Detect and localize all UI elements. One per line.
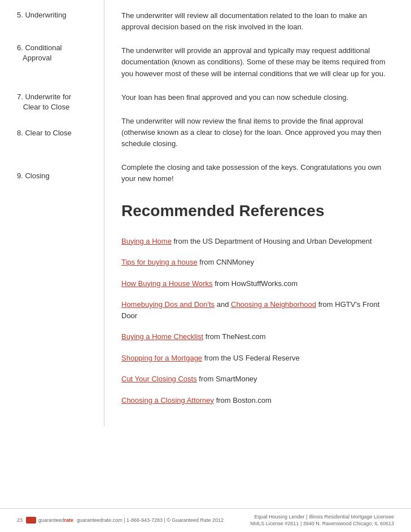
- footer-right: Equal Housing Lender | Illinois Resident…: [250, 513, 394, 527]
- ref-7-link[interactable]: Cut Your Closing Costs: [121, 375, 197, 383]
- ref-2: Tips for buying a house from CNNMoney: [121, 257, 394, 268]
- footer-left: 23 guaranteedrate guaranteedrate.com | 1…: [17, 517, 224, 524]
- ref-5-link[interactable]: Buying a Home Checklist: [121, 332, 203, 341]
- step-9: 9. Closing: [17, 171, 94, 181]
- step-5: 5. Underwriting: [17, 10, 94, 20]
- footer-page-number: 23: [17, 517, 23, 523]
- ref-7: Cut Your Closing Costs from SmartMoney: [121, 373, 394, 385]
- footer-website: guaranteedrate.com | 1-866-943-7283 | © …: [77, 517, 224, 523]
- page: 5. Underwriting 6. Conditional Approval …: [0, 0, 411, 532]
- ref-8-suffix: from Boston.com: [214, 396, 272, 405]
- step-8: 8. Clear to Close: [17, 128, 94, 138]
- logo-mark: [26, 517, 36, 524]
- ref-7-suffix: from SmartMoney: [197, 375, 257, 383]
- ref-5: Buying a Home Checklist from TheNest.com: [121, 331, 394, 342]
- step-8-desc: The underwriter will now review the fina…: [121, 116, 394, 150]
- step-7-desc: Your loan has been final approved and yo…: [121, 92, 394, 103]
- ref-4-between: and: [215, 300, 231, 309]
- step-9-desc: Complete the closing and take possession…: [121, 162, 394, 184]
- ref-4-link2[interactable]: Choosing a Neighborhood: [231, 300, 316, 309]
- footer-brand: guaranteedrate: [38, 517, 73, 523]
- step-6-label: 6. Conditional Approval: [17, 43, 94, 63]
- ref-5-suffix: from TheNest.com: [203, 332, 265, 341]
- step-5-desc: The underwriter will review all document…: [121, 10, 394, 33]
- ref-4: Homebuying Dos and Don'ts and Choosing a…: [121, 299, 394, 321]
- ref-6-suffix: from the US Federal Reserve: [202, 354, 300, 362]
- step-8-label: 8. Clear to Close: [17, 128, 94, 138]
- step-5-label: 5. Underwriting: [17, 10, 94, 20]
- left-column: 5. Underwriting 6. Conditional Approval …: [0, 0, 104, 426]
- step-9-label: 9. Closing: [17, 171, 94, 181]
- ref-2-suffix: from CNNMoney: [198, 258, 254, 266]
- main-content: 5. Underwriting 6. Conditional Approval …: [0, 0, 411, 460]
- ref-6-link[interactable]: Shopping for a Mortgage: [121, 354, 202, 362]
- step-6-desc: The underwriter will provide an approval…: [121, 45, 394, 79]
- ref-4-link1[interactable]: Homebuying Dos and Don'ts: [121, 300, 215, 309]
- ref-6: Shopping for a Mortgage from the US Fede…: [121, 353, 394, 364]
- references-title: Recommended References: [121, 202, 394, 220]
- right-column: The underwriter will review all document…: [104, 0, 411, 426]
- ref-1: Buying a Home from the US Department of …: [121, 236, 394, 247]
- ref-3-link[interactable]: How Buying a House Works: [121, 279, 213, 288]
- ref-1-link[interactable]: Buying a Home: [121, 237, 172, 245]
- ref-3: How Buying a House Works from HowStuffWo…: [121, 278, 394, 289]
- ref-8: Choosing a Closing Attorney from Boston.…: [121, 395, 394, 406]
- ref-8-link[interactable]: Choosing a Closing Attorney: [121, 396, 214, 405]
- ref-2-link[interactable]: Tips for buying a house: [121, 258, 198, 266]
- footer-logo: guaranteedrate: [26, 517, 73, 524]
- step-6: 6. Conditional Approval: [17, 43, 94, 63]
- step-7: 7. Underwrite for Clear to Close: [17, 92, 94, 112]
- step-7-label: 7. Underwrite for Clear to Close: [17, 92, 94, 112]
- footer: 23 guaranteedrate guaranteedrate.com | 1…: [0, 508, 411, 532]
- ref-1-suffix: from the US Department of Housing and Ur…: [172, 237, 372, 245]
- ref-3-suffix: from HowStuffWorks.com: [213, 279, 298, 288]
